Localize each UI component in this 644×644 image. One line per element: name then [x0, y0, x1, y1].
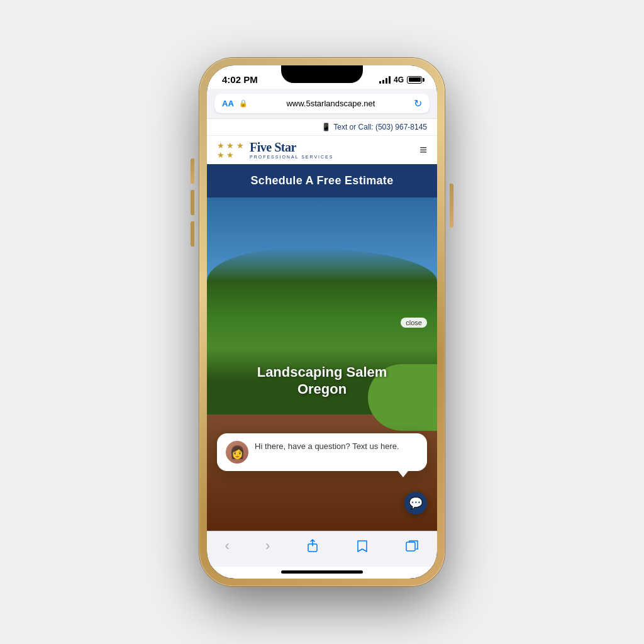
hero-area: Landscaping Salem Oregon close 👩 Hi ther…	[207, 197, 437, 531]
screen-content: 4:02 PM 4G AA 🔒	[207, 65, 437, 579]
logo: ★★★★★ Five Star Professional Services	[217, 141, 333, 159]
chat-fab-icon: 💬	[409, 496, 423, 510]
phone-contact[interactable]: 📱 Text or Call: (503) 967-8145	[321, 123, 427, 131]
back-button[interactable]: ‹	[225, 538, 230, 554]
hero-heading: Landscaping Salem Oregon	[207, 364, 437, 397]
forward-button[interactable]: ›	[265, 538, 270, 554]
avatar-emoji: 👩	[230, 445, 245, 460]
browser-nav[interactable]: AA 🔒 www.5starlandscape.net ↻	[214, 94, 430, 113]
status-bar: 4:02 PM 4G	[207, 65, 437, 89]
star-2: ★	[226, 142, 235, 150]
star-6	[236, 151, 245, 159]
status-icons: 4G	[379, 75, 422, 84]
chat-avatar: 👩	[226, 441, 248, 464]
signal-bars	[379, 76, 391, 84]
bookmarks-button[interactable]	[355, 539, 369, 553]
share-button[interactable]	[306, 539, 319, 553]
phone-screen: 4:02 PM 4G AA 🔒	[207, 65, 437, 579]
chat-bubble: 👩 Hi there, have a question? Text us her…	[217, 433, 427, 471]
site-header: ★★★★★ Five Star Professional Services ≡	[207, 136, 437, 164]
logo-stars: ★★★★★	[217, 142, 245, 159]
star-4: ★	[217, 151, 225, 159]
browser-aa[interactable]: AA	[222, 99, 234, 108]
notch	[281, 65, 363, 83]
phone-icon: 📱	[321, 123, 331, 131]
home-indicator	[281, 570, 363, 574]
star-5: ★	[226, 151, 235, 159]
svg-rect-1	[406, 542, 415, 551]
hero-line2: Oregon	[217, 381, 427, 397]
status-time: 4:02 PM	[222, 74, 258, 85]
chat-message: Hi there, have a question? Text us here.	[255, 441, 399, 452]
logo-name: Five Star	[250, 141, 333, 153]
lock-icon: 🔒	[239, 99, 248, 108]
website-content: 📱 Text or Call: (503) 967-8145 ★★★★★ Fiv…	[207, 119, 437, 531]
logo-text: Five Star Professional Services	[250, 141, 333, 159]
browser-bar: AA 🔒 www.5starlandscape.net ↻	[207, 89, 437, 119]
site-top-bar: 📱 Text or Call: (503) 967-8145	[207, 119, 437, 136]
hero-line1: Landscaping Salem	[217, 364, 427, 380]
phone-device: 4:02 PM 4G AA 🔒	[199, 58, 445, 586]
logo-sub: Professional Services	[250, 155, 333, 159]
star-3: ★	[236, 142, 245, 150]
battery-icon	[407, 76, 422, 84]
cta-button[interactable]: Schedule A Free Estimate	[207, 164, 437, 197]
chat-close-button[interactable]: close	[401, 318, 427, 328]
reload-button[interactable]: ↻	[414, 97, 422, 109]
tabs-button[interactable]	[405, 539, 419, 553]
star-1: ★	[217, 142, 225, 150]
phone-number: Text or Call: (503) 967-8145	[333, 123, 427, 131]
safari-toolbar: ‹ ›	[207, 531, 437, 567]
chat-fab-button[interactable]: 💬	[404, 492, 427, 514]
network-label: 4G	[394, 75, 404, 84]
menu-button[interactable]: ≡	[419, 143, 427, 157]
browser-url[interactable]: www.5starlandscape.net	[253, 99, 409, 108]
